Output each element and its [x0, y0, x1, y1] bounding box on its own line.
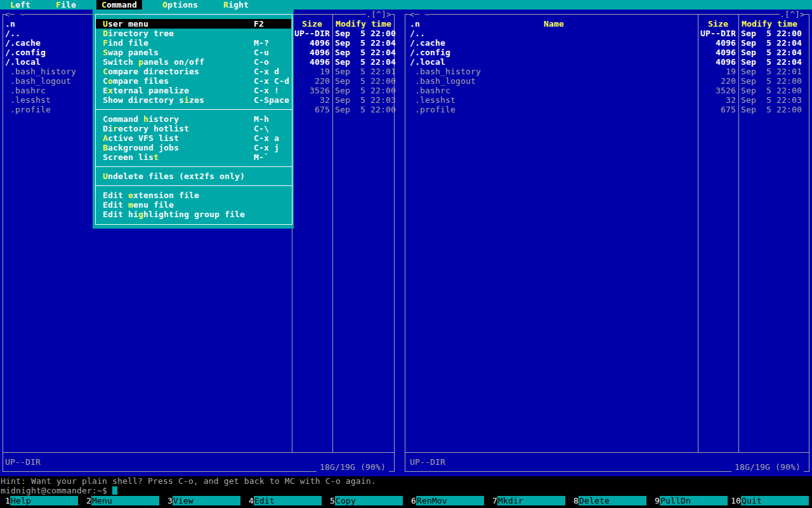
file-row-bash-history[interactable]: .bash_history19Sep 5 22:01 [405, 67, 809, 76]
menu-item-user-menu[interactable]: User menuF2 [93, 19, 294, 29]
file-row-local[interactable]: /.local4096Sep 5 22:04 [405, 57, 809, 67]
hotkey-letter: m [128, 200, 133, 210]
file-row-cache[interactable]: /.cache4096Sep 5 22:04 [405, 38, 809, 48]
menu-item-shortcut: C-u [254, 48, 269, 57]
fkey-renmov-button[interactable]: 6RenMov [406, 496, 487, 505]
file-size: 3526 [696, 86, 736, 95]
menu-item-external-panelize[interactable]: External panelizeC-x ! [93, 86, 294, 95]
menu-item-compare-directories[interactable]: Compare directoriesC-x d [93, 67, 294, 76]
menu-bar: LeftFileCommandOptionsRight [0, 0, 812, 10]
menu-item-label: Background jobs [103, 143, 179, 152]
hotkey-letter: h [143, 114, 148, 124]
fkey-pulldn-button[interactable]: 9PullDn [650, 496, 731, 505]
hotkey-letter: B [103, 143, 108, 152]
menu-item-label: Edit menu file [103, 200, 174, 210]
fkey-label: Delete [579, 496, 646, 505]
file-mtime: Sep 5 22:00 [335, 105, 396, 114]
hotkey-letter: L [10, 0, 15, 10]
menu-item-label: Directory hotlist [103, 124, 189, 133]
terminal-cursor [112, 486, 117, 495]
fkey-quit-button[interactable]: 10Quit [731, 496, 812, 505]
menu-item-edit-highlighting-group-file[interactable]: Edit highlighting group file [93, 210, 294, 219]
menu-item-label: Directory tree [103, 29, 174, 38]
fkey-label: Menu [91, 496, 159, 505]
menu-item-label: Show directory sizes [103, 95, 204, 105]
menu-item-shortcut: C-x d [254, 67, 279, 76]
file-name: /.. [5, 29, 20, 38]
fkey-label: Help [10, 496, 78, 505]
menu-separator [95, 109, 292, 110]
hotkey-letter: p [138, 57, 143, 67]
file-mtime: Sep 5 22:04 [741, 48, 802, 57]
menu-item-directory-hotlist[interactable]: Directory hotlistC-\ [93, 124, 294, 133]
menu-item-compare-files[interactable]: Compare filesC-x C-d [93, 76, 294, 86]
file-size: 32 [696, 95, 736, 105]
fkey-number: 4 [244, 496, 254, 505]
left-panel-updir-button[interactable]: .[^]> [366, 10, 391, 19]
fkey-delete-button[interactable]: 8Delete [568, 496, 650, 505]
menu-item-label: User menu [103, 19, 148, 29]
file-size: 32 [290, 95, 330, 105]
file-size: 675 [696, 105, 736, 114]
menu-title-right[interactable]: Right [223, 0, 249, 10]
fkey-copy-button[interactable]: 5Copy [325, 496, 406, 505]
shell-prompt[interactable]: midnight@commander:~$ [1, 486, 107, 495]
file-name: .bashrc [410, 86, 450, 95]
menu-item-label: Active VFS list [103, 133, 179, 143]
fkey-number: 5 [325, 496, 335, 505]
file-row-config[interactable]: /.config4096Sep 5 22:04 [405, 48, 809, 57]
menu-item-active-vfs-list[interactable]: Active VFS listC-x a [93, 133, 294, 143]
right-panel-updir-button[interactable]: .[^]> [780, 10, 805, 19]
file-mtime: Sep 5 22:04 [741, 57, 802, 67]
column-header-size[interactable]: Size [292, 19, 332, 29]
file-name: /.local [5, 57, 41, 67]
hotkey-letter: g [138, 210, 143, 219]
column-header-mtime[interactable]: Modify time [333, 19, 394, 29]
menu-item-edit-menu-file[interactable]: Edit menu file [93, 200, 294, 210]
fkey-edit-button[interactable]: 4Edit [244, 496, 325, 505]
mc-screen: LeftFileCommandOptionsRight .n Name Size… [0, 0, 812, 508]
menu-title-left[interactable]: Left [10, 0, 30, 10]
file-mtime: Sep 5 22:04 [335, 38, 396, 48]
menu-item-undelete-files-ext2fs-only[interactable]: Undelete files (ext2fs only) [93, 171, 294, 181]
right-panel: .n Name Size Modify time /..UP--DIRSep 5… [405, 14, 809, 472]
menu-item-label: Undelete files (ext2fs only) [103, 171, 245, 181]
menu-item-swap-panels[interactable]: Swap panelsC-u [93, 48, 294, 57]
file-name: .lesshst [5, 95, 51, 105]
file-size: 4096 [290, 48, 330, 57]
fkey-number: 10 [731, 496, 741, 505]
fkey-view-button[interactable]: 3View [162, 496, 244, 505]
file-row-bashrc[interactable]: .bashrc3526Sep 5 22:00 [405, 86, 809, 95]
file-name: .bash_logout [5, 76, 71, 86]
fkey-menu-button[interactable]: 2Menu [81, 496, 162, 505]
file-row-profile[interactable]: .profile675Sep 5 22:00 [405, 105, 809, 114]
hotkey-letter: F [56, 0, 61, 10]
menu-item-background-jobs[interactable]: Background jobsC-x j [93, 143, 294, 152]
menu-item-switch-panels-on-off[interactable]: Switch panels on/offC-o [93, 57, 294, 67]
fkey-mkdir-button[interactable]: 7Mkdir [487, 496, 568, 505]
column-header-name[interactable]: Name [410, 19, 698, 29]
left-panel-path[interactable]: <─ ~ [4, 10, 25, 19]
column-header-mtime[interactable]: Modify time [739, 19, 800, 29]
file-row-bash-logout[interactable]: .bash_logout220Sep 5 22:00 [405, 76, 809, 86]
file-name: .bash_history [410, 67, 481, 76]
menu-item-directory-tree[interactable]: Directory tree [93, 29, 294, 38]
menu-title-file[interactable]: File [56, 0, 76, 10]
fkey-number: 8 [568, 496, 579, 505]
right-panel-path[interactable]: <─ ~ [409, 10, 429, 19]
hotkey-letter: i [184, 95, 189, 105]
file-size: 3526 [290, 86, 330, 95]
menu-title-command[interactable]: Command [96, 0, 142, 10]
command-menu: User menuF2Directory treeFind fileM-?Swa… [93, 10, 294, 229]
menu-item-find-file[interactable]: Find fileM-? [93, 38, 294, 48]
menu-item-command-history[interactable]: Command historyM-h [93, 114, 294, 124]
fkey-help-button[interactable]: 1Help [0, 496, 81, 505]
menu-item-screen-list[interactable]: Screen listM-` [93, 152, 294, 162]
menu-item-edit-extension-file[interactable]: Edit extension file [93, 190, 294, 200]
column-header-size[interactable]: Size [698, 19, 738, 29]
menu-item-show-directory-sizes[interactable]: Show directory sizesC-Space [93, 95, 294, 105]
menu-title-options[interactable]: Options [162, 0, 198, 10]
file-row-lesshst[interactable]: .lesshst32Sep 5 22:03 [405, 95, 809, 105]
fkey-label: Edit [254, 496, 322, 505]
file-row-[interactable]: /..UP--DIRSep 5 22:00 [405, 29, 809, 38]
